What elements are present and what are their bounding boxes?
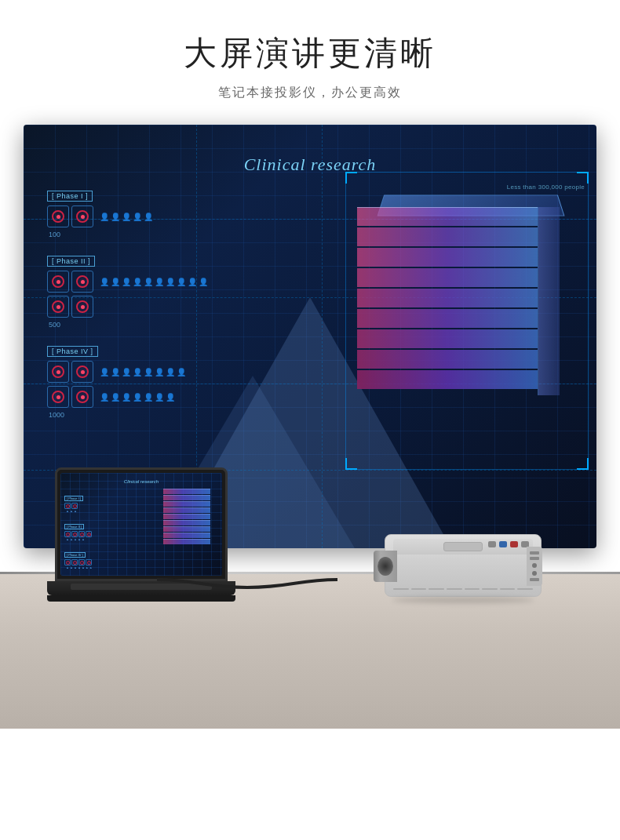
box-layer-9 — [357, 370, 538, 389]
mini-box-viz — [163, 489, 218, 555]
page-container: 大屏演讲更清晰 笔记本接投影仪，办公更高效 Clinical research — [0, 0, 620, 752]
phase-1-label: [ Phase I ] — [47, 191, 93, 202]
box-layer-6 — [357, 309, 538, 328]
mini-left-panel: [ Phase I ] ▲ ▲ ▲ — [64, 489, 115, 573]
port-1 — [530, 551, 539, 555]
phase-4-circle-3 — [47, 386, 69, 408]
projector-buttons — [488, 541, 529, 547]
phase-1-icons: 👤 👤 👤 👤 👤 — [47, 205, 220, 227]
port-4 — [532, 571, 537, 576]
projector-handle — [443, 542, 483, 551]
mini-phase-2: [ Phase II ] ▲ ▲ ▲ — [64, 517, 115, 541]
scene-container: Clinical research [ Phase I ] — [0, 117, 620, 729]
header-section: 大屏演讲更清晰 笔记本接投影仪，办公更高效 — [0, 0, 620, 117]
projector-lens — [374, 551, 397, 582]
box-layers — [357, 207, 538, 389]
phase-2-circle-2 — [71, 271, 93, 293]
frame-corner-br — [577, 458, 589, 470]
box-layer-4 — [357, 268, 538, 287]
box-layer-3 — [357, 248, 538, 267]
phase-2-label: [ Phase II ] — [47, 256, 95, 267]
projector — [385, 534, 542, 597]
v-line-2 — [322, 125, 323, 548]
projector-body — [385, 534, 542, 597]
phase-1-block: [ Phase I ] 👤 👤 👤 👤 — [47, 187, 220, 238]
port-3 — [532, 563, 537, 568]
cable-svg — [157, 564, 337, 595]
phase-4-icons-row2: 👤 👤 👤 👤 👤 👤 👤 — [47, 386, 220, 408]
laptop-screen-content: Clinical research [ Phase I ] ▲ — [60, 473, 222, 576]
proj-btn-1[interactable] — [488, 541, 496, 547]
mini-phase-1: [ Phase I ] ▲ ▲ ▲ — [64, 489, 115, 513]
box-layer-5 — [357, 289, 538, 307]
projector-vents — [393, 588, 533, 590]
phase-4-block: [ Phase IV ] 👤 👤 👤 👤 — [47, 343, 220, 419]
phase-1-circle-2 — [71, 205, 93, 227]
box-layer-7 — [357, 329, 538, 348]
port-2 — [530, 557, 539, 560]
phase-2-count: 500 — [49, 321, 220, 329]
phase-4-circle-2 — [71, 361, 93, 383]
phase-2-circle-1 — [47, 271, 69, 293]
port-5 — [530, 578, 539, 581]
frame-corner-bl — [345, 458, 357, 470]
mini-phase-4: [ Phase IV ] ▲ ▲ ▲ — [64, 545, 115, 569]
projector-shadow — [392, 597, 534, 603]
phase-1-circle-1 — [47, 205, 69, 227]
box-layer-8 — [357, 350, 538, 369]
phase-1-count: 100 — [49, 231, 220, 238]
box-layer-1 — [357, 207, 538, 226]
phase-2-icons-row1: 👤 👤 👤 👤 👤 👤 👤 👤 👤 👤 — [47, 271, 220, 293]
phase-4-people-1: 👤 👤 👤 👤 👤 👤 👤 👤 — [100, 368, 186, 376]
phase-4-label: [ Phase IV ] — [47, 346, 98, 357]
phase-2-circle-4 — [71, 296, 93, 318]
phase-2-block: [ Phase II ] 👤 👤 👤 👤 — [47, 253, 220, 329]
proj-btn-3[interactable] — [510, 541, 518, 547]
phase-4-circle-4 — [71, 386, 93, 408]
sub-title: 笔记本接投影仪，办公更高效 — [16, 85, 604, 101]
phase-4-people-2: 👤 👤 👤 👤 👤 👤 👤 — [100, 393, 175, 402]
phase-2-circle-3 — [47, 296, 69, 318]
laptop-screen-inner: Clinical research [ Phase I ] ▲ — [60, 473, 222, 576]
projector-lens-circle — [377, 557, 393, 576]
box-layer-2 — [357, 227, 538, 246]
phase-2-people-1: 👤 👤 👤 👤 👤 👤 👤 👤 👤 👤 — [100, 278, 208, 286]
frame-corner-tl — [345, 172, 357, 184]
phase-4-icons-row1: 👤 👤 👤 👤 👤 👤 👤 👤 — [47, 361, 220, 383]
box-visualization — [357, 191, 577, 442]
box-right-face — [538, 207, 560, 395]
phase-4-count: 1000 — [49, 411, 220, 419]
mini-screen-title: Clinical research — [124, 479, 159, 484]
annotation-text: Less than 300,000 people — [507, 184, 585, 191]
phase-1-people: 👤 👤 👤 👤 👤 — [100, 213, 153, 221]
bottom-space — [0, 729, 620, 752]
phase-2-icons-row2 — [47, 296, 220, 318]
phases-panel: [ Phase I ] 👤 👤 👤 👤 — [47, 187, 220, 433]
main-title: 大屏演讲更清晰 — [16, 31, 604, 75]
phase-4-circle-1 — [47, 361, 69, 383]
frame-corner-tr — [577, 172, 589, 184]
projector-port-panel — [527, 547, 542, 586]
proj-btn-2[interactable] — [499, 541, 507, 547]
